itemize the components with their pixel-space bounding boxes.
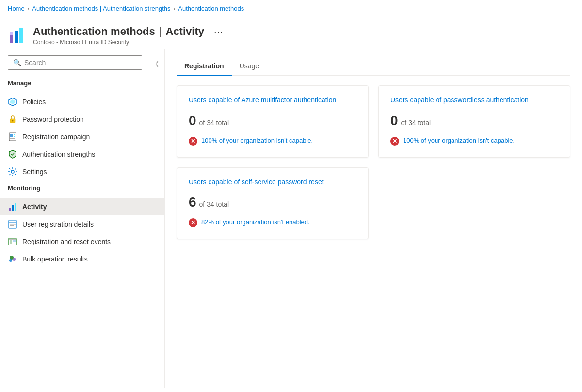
tab-registration[interactable]: Registration (177, 57, 232, 76)
search-icon: 🔍 (13, 59, 21, 66)
sidebar-item-auth-strengths[interactable]: Authentication strengths (0, 146, 164, 163)
passwordless-stat-label: of 34 total (401, 119, 431, 127)
sidebar-item-user-registration[interactable]: User registration details (0, 215, 164, 233)
auth-strengths-label: Authentication strengths (22, 150, 95, 158)
svg-rect-0 (10, 35, 13, 43)
sidebar-item-registration-campaign[interactable]: Registration campaign (0, 128, 164, 146)
mfa-card-title: Users capable of Azure multifactor authe… (189, 96, 356, 105)
svg-point-7 (12, 120, 14, 122)
passwordless-card-title: Users capable of passwordless authentica… (390, 96, 558, 105)
page-title: Authentication methods | Activity ··· (33, 25, 226, 38)
title-separator: | (159, 25, 162, 38)
policies-icon (8, 97, 17, 107)
sidebar-item-reg-reset-events[interactable]: Registration and reset events (0, 233, 164, 250)
svg-point-13 (11, 170, 14, 173)
settings-label: Settings (22, 168, 47, 176)
passwordless-status-text: 100% of your organization isn't capable. (403, 136, 515, 145)
policies-label: Policies (22, 98, 46, 106)
breadcrumb-auth-methods[interactable]: Authentication methods (178, 5, 244, 12)
svg-rect-14 (9, 208, 11, 211)
page-header: Authentication methods | Activity ··· Co… (0, 17, 582, 49)
sidebar-item-policies[interactable]: Policies (0, 93, 164, 111)
passwordless-stat-number: 0 (390, 113, 398, 129)
mfa-card: Users capable of Azure multifactor authe… (177, 85, 369, 158)
password-icon (8, 114, 17, 124)
passwordless-card-status: ✕ 100% of your organization isn't capabl… (390, 136, 558, 146)
svg-rect-19 (10, 224, 16, 225)
monitoring-divider (8, 196, 157, 196)
collapse-sidebar-button[interactable]: 《 (148, 58, 162, 71)
bulk-results-label: Bulk operation results (22, 255, 88, 263)
passwordless-card: Users capable of passwordless authentica… (378, 85, 570, 158)
svg-rect-1 (15, 31, 18, 43)
tab-usage[interactable]: Usage (232, 57, 267, 76)
sidebar: 🔍 《 Manage Policies (0, 49, 165, 388)
content-area: Registration Usage Users capable of Azur… (165, 49, 582, 388)
registration-campaign-icon (8, 132, 17, 142)
manage-divider (8, 91, 157, 91)
password-protection-label: Password protection (22, 115, 84, 123)
mfa-error-icon: ✕ (189, 137, 197, 146)
passwordless-card-stat: 0 of 34 total (390, 113, 558, 129)
activity-icon (8, 202, 17, 212)
sidebar-item-bulk-results[interactable]: Bulk operation results (0, 250, 164, 268)
breadcrumb-auth-strengths[interactable]: Authentication methods | Authentication … (32, 5, 170, 12)
svg-rect-22 (10, 240, 12, 244)
sidebar-item-activity[interactable]: Activity (0, 198, 164, 215)
breadcrumb-home[interactable]: Home (8, 5, 25, 12)
sspr-status-text: 82% of your organization isn't enabled. (201, 218, 310, 227)
sspr-error-icon: ✕ (189, 218, 197, 227)
svg-rect-2 (19, 28, 23, 43)
svg-rect-12 (14, 136, 15, 137)
activity-label: Activity (22, 203, 47, 211)
svg-rect-20 (10, 225, 14, 226)
sspr-card-status: ✕ 82% of your organization isn't enabled… (189, 218, 356, 227)
sspr-card-stat: 6 of 34 total (189, 195, 356, 210)
chevron-icon-1: › (28, 6, 30, 12)
user-registration-label: User registration details (22, 220, 94, 228)
sspr-card-title: Users capable of self-service password r… (189, 178, 356, 187)
user-registration-icon (8, 219, 17, 229)
registration-campaign-label: Registration campaign (22, 133, 90, 141)
manage-section-title: Manage (0, 76, 164, 89)
mfa-status-text: 100% of your organization isn't capable. (201, 136, 313, 145)
sspr-stat-number: 6 (189, 195, 196, 210)
reg-reset-events-label: Registration and reset events (22, 238, 111, 245)
mfa-card-stat: 0 of 34 total (189, 113, 356, 129)
mfa-stat-label: of 34 total (199, 119, 229, 127)
svg-rect-9 (10, 134, 13, 137)
svg-rect-11 (14, 134, 15, 135)
monitoring-section-title: Monitoring (0, 180, 164, 194)
svg-rect-3 (10, 32, 13, 35)
tabs-bar: Registration Usage (177, 57, 570, 76)
svg-rect-16 (15, 203, 16, 211)
sspr-stat-label: of 34 total (199, 200, 229, 208)
mfa-stat-number: 0 (189, 113, 196, 129)
chevron-icon-2: › (174, 6, 176, 12)
passwordless-error-icon: ✕ (390, 137, 399, 146)
svg-point-26 (13, 258, 16, 261)
reg-reset-icon (8, 237, 17, 246)
search-input[interactable] (24, 59, 137, 66)
svg-point-27 (9, 259, 12, 262)
svg-rect-15 (12, 205, 14, 211)
auth-strengths-icon (8, 149, 17, 159)
breadcrumb: Home › Authentication methods | Authenti… (0, 0, 582, 17)
page-subtitle: Contoso - Microsoft Entra ID Security (33, 39, 226, 46)
app-icon (8, 25, 27, 45)
page-header-text: Authentication methods | Activity ··· Co… (33, 25, 226, 46)
svg-rect-23 (13, 240, 16, 242)
svg-rect-10 (10, 138, 15, 139)
bulk-results-icon (8, 254, 17, 264)
sidebar-item-settings[interactable]: Settings (0, 163, 164, 180)
settings-icon (8, 167, 17, 177)
more-options-button[interactable]: ··· (212, 26, 226, 37)
sspr-card: Users capable of self-service password r… (177, 167, 369, 240)
sidebar-item-password-protection[interactable]: Password protection (0, 111, 164, 128)
search-box[interactable]: 🔍 (8, 55, 142, 70)
mfa-card-status: ✕ 100% of your organization isn't capabl… (189, 136, 356, 146)
cards-grid: Users capable of Azure multifactor authe… (177, 85, 570, 239)
main-layout: 🔍 《 Manage Policies (0, 49, 582, 388)
svg-marker-5 (10, 99, 15, 104)
search-row: 🔍 《 (0, 53, 164, 76)
